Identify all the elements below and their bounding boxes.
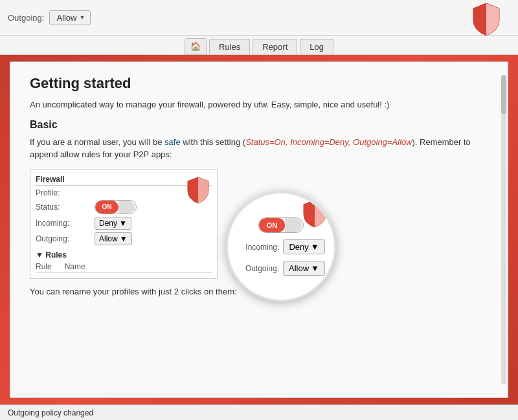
top-bar: Outgoing: Allow ▼ [0,0,518,36]
preview-outgoing-dropdown[interactable]: Allow ▼ [95,232,132,245]
magnifier-incoming-label: Incoming: [237,243,279,252]
preview-incoming-dropdown[interactable]: Deny ▼ [95,217,131,230]
outgoing-label: Outgoing: [8,13,44,23]
safe-link[interactable]: safe [164,137,181,147]
basic-heading: Basic [30,119,488,131]
tab-report[interactable]: Report [253,39,297,54]
magnifier-incoming-value: Deny [289,242,308,252]
magnifier-toggle-row: ON [253,217,309,233]
preview-profile-label: Profile: [36,188,91,197]
preview-incoming-arrow: ▼ [119,219,127,228]
preview-incoming-value: Deny [99,219,117,228]
status-bar: Outgoing policy changed [0,404,518,420]
preview-box: Firewall Profile: Status: ON Incoming: D… [30,169,218,279]
tab-log[interactable]: Log [300,39,333,54]
rules-header: ▼ Rules [36,250,212,260]
rule-col-header: Rule [36,262,52,271]
magnifier-outgoing-value: Allow [289,263,309,273]
outgoing-dropdown[interactable]: Allow ▼ [49,10,91,25]
tab-rules[interactable]: Rules [209,39,250,54]
main-content: Getting started An uncomplicated way to … [10,61,508,398]
rules-section: ▼ Rules Rule Name [36,250,212,273]
basic-text2: with this setting ( [181,137,245,147]
magnifier-toggle: ON [258,217,304,233]
magnifier-shield-icon [302,199,328,230]
magnifier-incoming-dropdown[interactable]: Deny ▼ [283,239,324,254]
scrollbar[interactable] [501,75,506,384]
toggle-off-part [118,201,135,214]
basic-text: If you are a normal user, you will be sa… [30,136,488,161]
preview-outgoing-arrow: ▼ [120,234,128,243]
tab-home[interactable]: 🏠 [185,38,207,54]
magnifier-incoming-arrow: ▼ [311,242,319,252]
preview-status-label: Status: [36,203,91,212]
page-title: Getting started [30,75,488,92]
outgoing-dropdown-arrow: ▼ [79,14,85,21]
preview-outgoing-label: Outgoing: [36,234,91,243]
name-col-header: Name [65,262,85,271]
magnifier-outgoing-arrow: ▼ [311,263,319,273]
basic-text-content: If you are a normal user, you will be [30,137,164,147]
magnifier-outgoing-label: Outgoing: [237,264,279,273]
magnifier-overlay: ON Incoming: Deny ▼ Outgoing: Allow ▼ [226,192,336,302]
scroll-thumb [501,75,506,114]
status-highlight: Status=On, Incoming=Deny, Outgoing=Allow [245,137,412,147]
magnifier-incoming-row: Incoming: Deny ▼ [232,239,330,254]
status-message: Outgoing policy changed [8,408,93,417]
preview-outgoing-row: Outgoing: Allow ▼ [36,232,212,245]
magnifier-outgoing-dropdown[interactable]: Allow ▼ [283,261,325,276]
preview-outgoing-value: Allow [99,234,118,243]
home-icon: 🏠 [190,41,201,51]
magnifier-outgoing-row: Outgoing: Allow ▼ [232,261,330,276]
preview-shield-icon [186,176,210,206]
intro-text: An uncomplicated way to manage your fire… [30,98,488,111]
shield-icon-top [471,2,502,39]
preview-incoming-row: Incoming: Deny ▼ [36,217,212,230]
preview-incoming-label: Incoming: [36,219,91,228]
nav-tabs: 🏠 Rules Report Log [0,36,518,55]
toggle-on-label: ON [95,201,118,214]
magnifier-toggle-on: ON [259,218,285,232]
magnifier-toggle-off [285,218,302,232]
outgoing-value: Allow [56,13,76,23]
rules-table-header: Rule Name [36,262,212,273]
preview-toggle[interactable]: ON [95,200,137,214]
